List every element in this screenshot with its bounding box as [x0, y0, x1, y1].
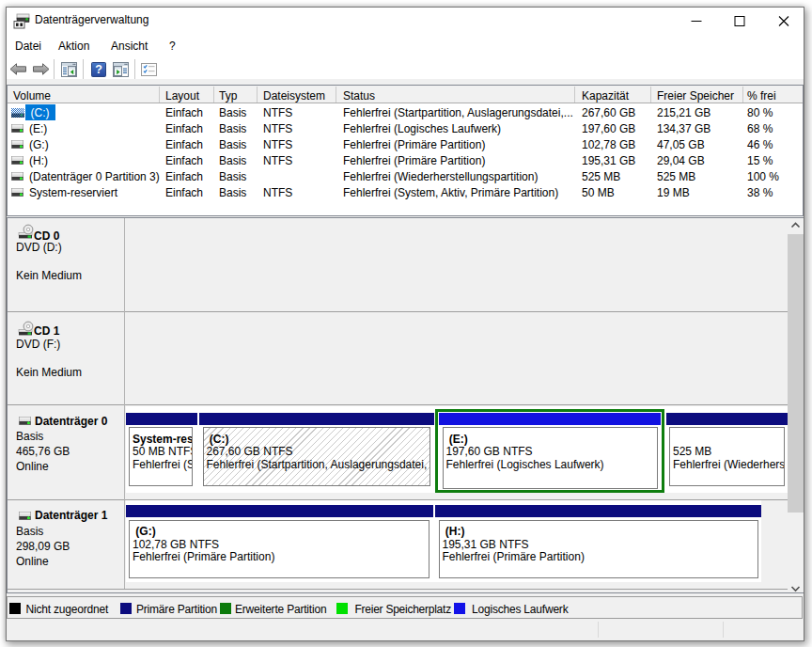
svg-text:?: ?: [95, 63, 102, 76]
